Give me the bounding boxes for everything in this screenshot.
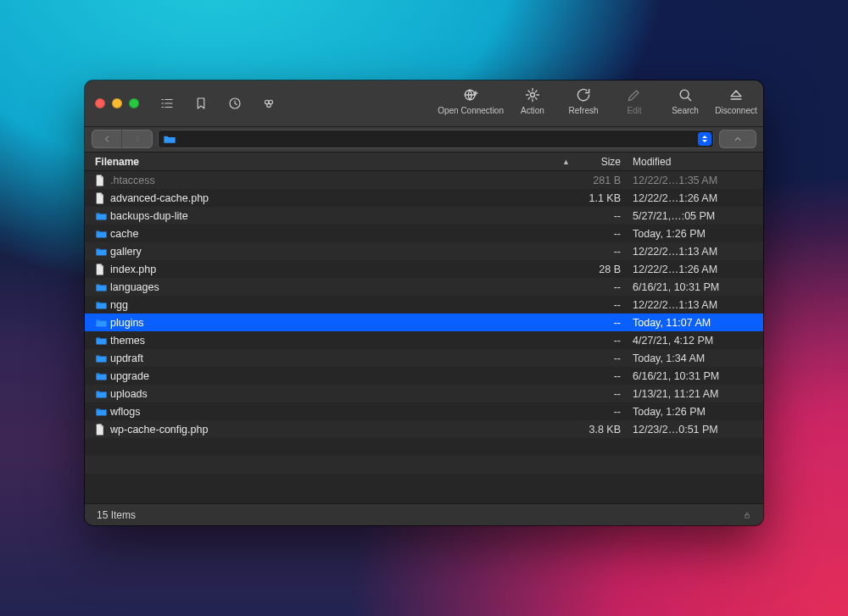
folder-icon — [95, 247, 110, 256]
disconnect-label: Disconnect — [715, 106, 756, 115]
file-size: -- — [577, 299, 628, 311]
file-name: wflogs — [110, 406, 577, 418]
col-header-filename-label: Filename — [95, 156, 139, 168]
folder-icon — [95, 389, 108, 398]
col-header-size[interactable]: Size — [577, 156, 628, 168]
ftp-window: Open Connection Action Refresh Edit Sear… — [85, 80, 763, 525]
folder-icon — [95, 229, 108, 238]
back-button[interactable] — [92, 130, 122, 148]
file-row[interactable]: updraft--Today, 1:34 AM — [85, 349, 763, 367]
file-size: -- — [577, 406, 628, 418]
bonjour-icon — [261, 96, 276, 111]
file-size: -- — [577, 370, 628, 382]
chevron-left-icon — [102, 134, 112, 144]
file-modified: Today, 1:26 PM — [628, 406, 763, 418]
file-name: languages — [110, 281, 577, 293]
file-row[interactable]: ngg--12/22/2…1:13 AM — [85, 296, 763, 314]
file-row[interactable]: plugins--Today, 11:07 AM — [85, 314, 763, 331]
path-popup-button[interactable] — [698, 132, 711, 146]
folder-icon — [95, 229, 110, 238]
col-header-modified[interactable]: Modified — [628, 156, 763, 168]
file-size: -- — [577, 210, 628, 222]
file-name: gallery — [110, 246, 577, 258]
file-size: -- — [577, 281, 628, 293]
file-row[interactable]: wp-cache-config.php3.8 KB12/23/2…0:51 PM — [85, 420, 763, 438]
go-up-button[interactable] — [719, 130, 756, 148]
path-field[interactable] — [158, 130, 714, 148]
file-modified: 6/16/21, 10:31 PM — [628, 370, 763, 382]
bonjour-button[interactable] — [254, 92, 283, 114]
minimize-window-button[interactable] — [112, 98, 122, 108]
eject-icon — [728, 86, 745, 103]
file-row[interactable]: languages--6/16/21, 10:31 PM — [85, 278, 763, 296]
file-name: advanced-cache.php — [110, 192, 577, 204]
folder-icon — [95, 371, 110, 380]
file-size: -- — [577, 246, 628, 258]
file-modified: 12/22/2…1:13 AM — [628, 246, 763, 258]
refresh-label: Refresh — [568, 106, 598, 115]
file-modified: 12/22/2…1:35 AM — [628, 175, 763, 186]
file-name: .htaccess — [110, 175, 577, 186]
globe-plus-icon — [462, 86, 479, 103]
chevron-right-icon — [132, 134, 142, 144]
file-row[interactable]: backups-dup-lite--5/27/21,…:05 PM — [85, 207, 763, 225]
file-size: -- — [577, 335, 628, 347]
file-name: wp-cache-config.php — [110, 424, 577, 436]
action-menu-button[interactable]: Action — [510, 86, 555, 115]
file-size: 281 B — [577, 175, 628, 186]
col-header-filename[interactable]: Filename ▲ — [95, 156, 577, 168]
folder-icon — [95, 336, 108, 345]
file-row[interactable]: wflogs--Today, 1:26 PM — [85, 402, 763, 420]
open-connection-button[interactable]: Open Connection — [438, 86, 504, 115]
close-window-button[interactable] — [95, 98, 105, 108]
file-name: plugins — [110, 317, 577, 329]
file-size: -- — [577, 317, 628, 329]
file-icon — [95, 264, 105, 275]
status-count: 15 Items — [97, 509, 136, 521]
file-listing[interactable]: .htaccess281 B12/22/2…1:35 AMadvanced-ca… — [85, 171, 763, 503]
folder-icon — [95, 247, 108, 256]
action-label: Action — [521, 106, 544, 115]
edit-button[interactable]: Edit — [612, 86, 656, 115]
file-size: 3.8 KB — [577, 424, 628, 436]
zoom-window-button[interactable] — [129, 98, 139, 108]
bookmark-icon — [193, 96, 209, 111]
empty-row — [85, 438, 763, 456]
file-icon — [95, 192, 110, 204]
folder-icon — [95, 336, 110, 345]
file-row[interactable]: advanced-cache.php1.1 KB12/22/2…1:26 AM — [85, 189, 763, 207]
file-size: -- — [577, 352, 628, 364]
file-modified: 5/27/21,…:05 PM — [628, 210, 763, 222]
search-button[interactable]: Search — [663, 86, 707, 115]
file-row[interactable]: cache--Today, 1:26 PM — [85, 225, 763, 242]
file-icon — [95, 424, 110, 436]
file-row[interactable]: uploads--1/13/21, 11:21 AM — [85, 385, 763, 402]
file-name: updraft — [110, 352, 577, 364]
file-row[interactable]: upgrade--6/16/21, 10:31 PM — [85, 367, 763, 385]
file-name: cache — [110, 228, 577, 240]
history-button[interactable] — [220, 92, 249, 114]
folder-icon — [95, 407, 108, 416]
file-row[interactable]: index.php28 B12/22/2…1:26 AM — [85, 260, 763, 278]
file-modified: 12/22/2…1:26 AM — [628, 192, 763, 204]
file-name: backups-dup-lite — [110, 210, 577, 222]
chevron-up-icon — [733, 134, 743, 144]
refresh-button[interactable]: Refresh — [561, 86, 605, 115]
folder-icon — [95, 300, 108, 309]
file-row[interactable]: gallery--12/22/2…1:13 AM — [85, 242, 763, 260]
folder-icon — [95, 371, 108, 380]
search-label: Search — [672, 106, 699, 115]
outline-view-button[interactable] — [153, 92, 181, 114]
file-row[interactable]: themes--4/27/21, 4:12 PM — [85, 331, 763, 349]
forward-button[interactable] — [122, 130, 153, 148]
bookmarks-button[interactable] — [187, 92, 215, 114]
file-icon — [95, 424, 105, 436]
status-bar: 15 Items — [85, 503, 763, 525]
file-size: -- — [577, 228, 628, 240]
folder-icon — [95, 211, 110, 220]
folder-icon — [163, 134, 176, 144]
clock-icon — [227, 96, 243, 111]
empty-row — [85, 456, 763, 474]
disconnect-button[interactable]: Disconnect — [714, 86, 758, 115]
file-row[interactable]: .htaccess281 B12/22/2…1:35 AM — [85, 171, 763, 189]
